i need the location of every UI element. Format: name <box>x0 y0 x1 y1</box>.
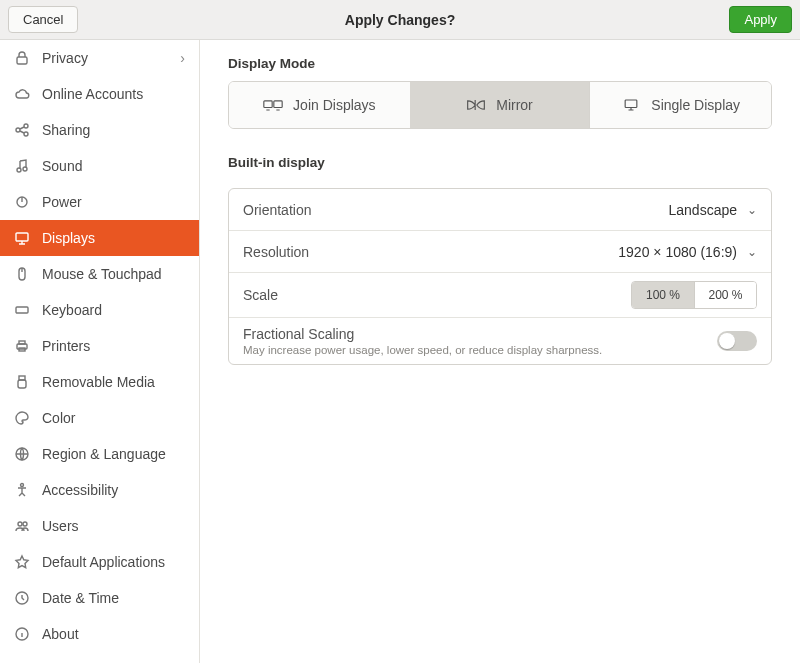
builtin-display-panel: Orientation Landscape ⌄ Resolution 1920 … <box>228 188 772 365</box>
sidebar-item-privacy[interactable]: Privacy › <box>0 40 199 76</box>
sidebar-item-users[interactable]: Users <box>0 508 199 544</box>
sidebar-item-keyboard[interactable]: Keyboard <box>0 292 199 328</box>
fractional-scaling-row: Fractional Scaling May increase power us… <box>229 318 771 364</box>
svg-rect-21 <box>264 101 272 108</box>
svg-point-4 <box>17 168 21 172</box>
resolution-label: Resolution <box>243 244 309 260</box>
share-icon <box>14 122 30 138</box>
chevron-right-icon: › <box>180 50 185 66</box>
sidebar-item-online-accounts[interactable]: Online Accounts <box>0 76 199 112</box>
scale-100-button[interactable]: 100 % <box>632 282 694 308</box>
mirror-icon <box>466 95 486 115</box>
sidebar-item-label: Online Accounts <box>42 86 143 102</box>
orientation-value: Landscape <box>668 202 737 218</box>
scale-200-button[interactable]: 200 % <box>694 282 756 308</box>
keyboard-icon <box>14 302 30 318</box>
sidebar-item-label: Sound <box>42 158 82 174</box>
sidebar-item-label: Mouse & Touchpad <box>42 266 162 282</box>
window-title: Apply Changes? <box>0 12 800 28</box>
fractional-scaling-label: Fractional Scaling <box>243 326 602 342</box>
sidebar-item-mouse[interactable]: Mouse & Touchpad <box>0 256 199 292</box>
display-mode-segmented: Join Displays Mirror Single Display <box>228 81 772 129</box>
sidebar-item-power[interactable]: Power <box>0 184 199 220</box>
sidebar-item-sound[interactable]: Sound <box>0 148 199 184</box>
sidebar-item-label: Default Applications <box>42 554 165 570</box>
display-mode-mirror[interactable]: Mirror <box>410 82 591 128</box>
sidebar-item-label: Accessibility <box>42 482 118 498</box>
seg-label: Single Display <box>651 97 740 113</box>
chevron-down-icon: ⌄ <box>747 245 757 259</box>
cancel-button[interactable]: Cancel <box>8 6 78 33</box>
globe-icon <box>14 446 30 462</box>
scale-row: Scale 100 % 200 % <box>229 273 771 318</box>
sidebar-item-accessibility[interactable]: Accessibility <box>0 472 199 508</box>
printer-icon <box>14 338 30 354</box>
sidebar-item-label: About <box>42 626 79 642</box>
clock-icon <box>14 590 30 606</box>
svg-rect-14 <box>18 380 26 388</box>
star-icon <box>14 554 30 570</box>
resolution-row[interactable]: Resolution 1920 × 1080 (16:9) ⌄ <box>229 231 771 273</box>
music-icon <box>14 158 30 174</box>
svg-point-18 <box>23 522 27 526</box>
sidebar-item-default-applications[interactable]: Default Applications <box>0 544 199 580</box>
single-display-icon <box>621 95 641 115</box>
chevron-down-icon: ⌄ <box>747 203 757 217</box>
orientation-row[interactable]: Orientation Landscape ⌄ <box>229 189 771 231</box>
seg-label: Join Displays <box>293 97 375 113</box>
seg-label: Mirror <box>496 97 533 113</box>
display-mode-label: Display Mode <box>228 56 772 71</box>
sidebar-item-region-language[interactable]: Region & Language <box>0 436 199 472</box>
svg-point-5 <box>23 167 27 171</box>
sidebar-item-label: Users <box>42 518 79 534</box>
sidebar-item-label: Printers <box>42 338 90 354</box>
svg-rect-23 <box>625 100 637 108</box>
sidebar-item-sharing[interactable]: Sharing <box>0 112 199 148</box>
sidebar-item-removable-media[interactable]: Removable Media <box>0 364 199 400</box>
display-mode-single[interactable]: Single Display <box>590 82 771 128</box>
svg-point-3 <box>24 132 28 136</box>
displays-icon <box>14 230 30 246</box>
sidebar-item-label: Removable Media <box>42 374 155 390</box>
sidebar-item-label: Power <box>42 194 82 210</box>
sidebar-item-label: Displays <box>42 230 95 246</box>
usb-icon <box>14 374 30 390</box>
svg-point-16 <box>21 484 24 487</box>
orientation-label: Orientation <box>243 202 311 218</box>
join-displays-icon <box>263 95 283 115</box>
sidebar-item-label: Sharing <box>42 122 90 138</box>
scale-label: Scale <box>243 287 278 303</box>
sidebar-item-printers[interactable]: Printers <box>0 328 199 364</box>
info-icon <box>14 626 30 642</box>
sidebar-item-displays[interactable]: Displays <box>0 220 199 256</box>
svg-rect-11 <box>19 341 25 344</box>
titlebar: Cancel Apply Changes? Apply <box>0 0 800 40</box>
mouse-icon <box>14 266 30 282</box>
toggle-knob <box>719 333 735 349</box>
sidebar-item-label: Date & Time <box>42 590 119 606</box>
users-icon <box>14 518 30 534</box>
sidebar-item-label: Color <box>42 410 75 426</box>
lock-icon <box>14 50 30 66</box>
sidebar-item-label: Keyboard <box>42 302 102 318</box>
svg-rect-22 <box>274 101 282 108</box>
sidebar-item-color[interactable]: Color <box>0 400 199 436</box>
sidebar-item-label: Region & Language <box>42 446 166 462</box>
sidebar-item-date-time[interactable]: Date & Time <box>0 580 199 616</box>
settings-sidebar: Privacy › Online Accounts Sharing Sound … <box>0 40 200 663</box>
main-content: Display Mode Join Displays Mirror <box>200 40 800 663</box>
svg-point-17 <box>18 522 22 526</box>
sidebar-item-label: Privacy <box>42 50 88 66</box>
fractional-scaling-toggle[interactable] <box>717 331 757 351</box>
svg-point-1 <box>16 128 20 132</box>
svg-rect-0 <box>17 57 27 64</box>
scale-segmented: 100 % 200 % <box>631 281 757 309</box>
builtin-display-label: Built-in display <box>228 155 772 170</box>
svg-rect-7 <box>16 233 28 241</box>
display-mode-join[interactable]: Join Displays <box>229 82 410 128</box>
resolution-value: 1920 × 1080 (16:9) <box>618 244 737 260</box>
fractional-scaling-sublabel: May increase power usage, lower speed, o… <box>243 344 602 356</box>
svg-point-2 <box>24 124 28 128</box>
apply-button[interactable]: Apply <box>729 6 792 33</box>
sidebar-item-about[interactable]: About <box>0 616 199 652</box>
